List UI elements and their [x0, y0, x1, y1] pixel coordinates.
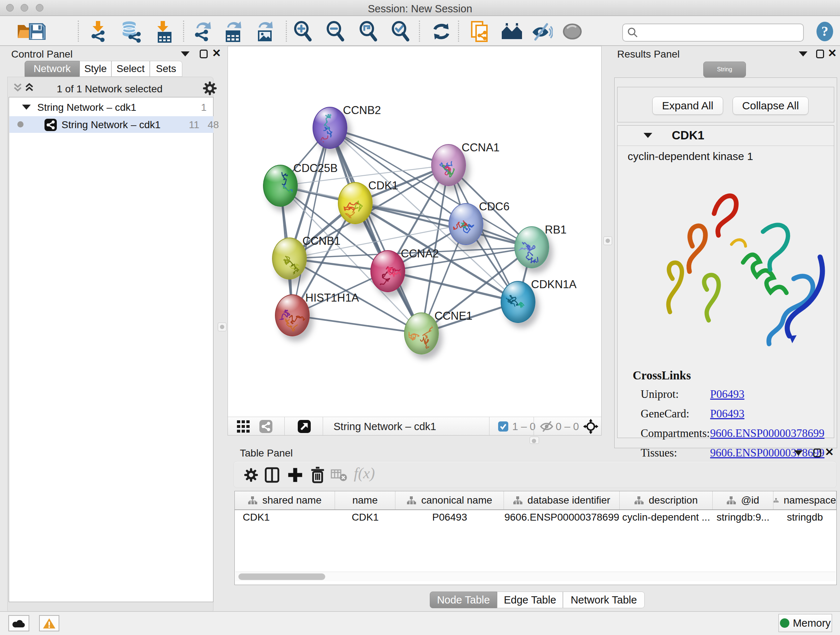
expand-all-button[interactable]: Expand All	[652, 97, 723, 115]
duplicate-network-icon[interactable]	[469, 20, 492, 43]
home-string-icon[interactable]	[501, 20, 524, 43]
crosslink-value[interactable]: P06493	[710, 388, 745, 401]
export-image-icon[interactable]	[253, 20, 276, 43]
crosslink-row: Compartments:9606.ENSP00000378699	[641, 424, 829, 444]
network-node-CCNB1[interactable]	[272, 238, 307, 279]
panel-float-icon[interactable]	[816, 50, 824, 58]
fit-content-icon[interactable]	[583, 419, 598, 434]
import-network-database-icon[interactable]	[119, 20, 142, 43]
column-type-icon	[248, 496, 257, 505]
search-input[interactable]	[638, 27, 794, 38]
network-node-CCNB2[interactable]	[313, 107, 347, 149]
panel-close-icon[interactable]: ✕	[828, 49, 837, 57]
network-label: String Network – cdk1	[62, 119, 161, 131]
protein-structure-image	[640, 172, 825, 364]
network-node-CDC25B[interactable]	[263, 165, 298, 207]
network-node-CCNA1[interactable]	[431, 144, 466, 186]
panel-menu-icon[interactable]	[799, 51, 807, 57]
network-view-title: String Network – cdk1	[333, 421, 436, 432]
zoom-fit-icon[interactable]	[357, 20, 380, 43]
export-network-icon[interactable]	[191, 20, 214, 43]
zoom-in-icon[interactable]	[292, 20, 315, 43]
crosslink-value[interactable]: P06493	[710, 407, 745, 420]
network-node-CCNE1[interactable]	[404, 312, 439, 355]
panel-close-icon[interactable]: ✕	[825, 448, 834, 456]
network-row[interactable]: String Network – cdk1 11 48	[9, 116, 213, 133]
gene-name: CDK1	[672, 128, 704, 142]
splitter-grip[interactable]	[603, 236, 612, 245]
cloud-icon	[12, 619, 25, 628]
network-type-icon	[44, 119, 57, 131]
crosslink-label: Compartments:	[641, 427, 710, 440]
result-entry-header[interactable]: CDK1	[617, 126, 834, 146]
crosslink-value[interactable]: 9606.ENSP00000378699	[710, 427, 824, 440]
grid-view-icon[interactable]	[237, 420, 250, 432]
gear-icon[interactable]	[202, 81, 217, 96]
cloud-button[interactable]	[8, 615, 29, 631]
network-node-CCNA2[interactable]	[370, 250, 405, 292]
network-share-icon[interactable]	[259, 420, 273, 433]
scrollbar-thumb[interactable]	[238, 573, 325, 580]
memory-button[interactable]: Memory	[778, 614, 832, 632]
column-header-shared-name[interactable]: shared name	[235, 491, 335, 509]
column-header--id[interactable]: @id	[713, 491, 774, 509]
tab-sets[interactable]: Sets	[150, 61, 182, 77]
network-node-CDC6[interactable]	[448, 203, 483, 245]
refresh-view-icon[interactable]	[430, 20, 453, 43]
warning-icon	[43, 618, 56, 629]
warning-button[interactable]	[39, 615, 59, 631]
tab-select[interactable]: Select	[111, 61, 150, 77]
column-header-namespace[interactable]: namespace	[774, 491, 836, 509]
help-icon[interactable]: ?	[813, 20, 836, 43]
collapse-entry-icon[interactable]	[644, 133, 652, 138]
zoom-out-icon[interactable]	[324, 20, 347, 43]
network-node-CDKN1A[interactable]	[501, 281, 535, 323]
show-all-icon[interactable]	[561, 20, 584, 43]
network-node-count: 11	[189, 119, 199, 131]
splitter-grip[interactable]	[218, 323, 226, 331]
network-node-RB1[interactable]	[515, 226, 549, 268]
collection-label: String Network – cdk1	[37, 102, 136, 113]
birdseye-toggle-icon[interactable]	[297, 420, 311, 433]
import-network-file-icon[interactable]	[88, 20, 111, 43]
column-header-description[interactable]: description	[620, 491, 713, 509]
column-header-database-identifier[interactable]: database identifier	[504, 491, 620, 509]
table-row[interactable]: CDK1CDK1P064939606.ENSP00000378699cyclin…	[235, 510, 836, 524]
select-columns-icon[interactable]	[265, 467, 279, 483]
import-table-file-icon[interactable]	[152, 20, 175, 43]
panel-menu-icon[interactable]	[794, 450, 803, 455]
collapse-all-button[interactable]: Collapse All	[733, 97, 808, 115]
panel-float-icon[interactable]	[200, 50, 208, 58]
tab-style[interactable]: Style	[80, 61, 111, 77]
network-collection-row[interactable]: String Network – cdk1 1	[9, 100, 213, 116]
add-column-icon[interactable]	[287, 467, 303, 483]
network-node-HIST1H1A[interactable]	[275, 295, 309, 336]
panel-menu-icon[interactable]	[181, 51, 189, 57]
panel-float-icon[interactable]	[813, 448, 821, 457]
column-header-canonical-name[interactable]: canonical name	[395, 491, 504, 509]
network-view[interactable]: CCNB2CCNA1CDC25BCDK1CDC6RB1CCNB1CCNA2CDK…	[227, 46, 602, 435]
crosslink-label: Uniprot:	[641, 388, 679, 401]
toolbar-separator	[286, 21, 287, 42]
network-node-CDK1[interactable]	[338, 182, 373, 224]
tab-network-table[interactable]: Network Table	[563, 592, 645, 608]
tab-network[interactable]: Network	[25, 61, 80, 77]
tab-node-table[interactable]: Node Table	[430, 592, 497, 608]
selected-checkbox-icon[interactable]	[498, 421, 508, 432]
tab-edge-table[interactable]: Edge Table	[497, 592, 563, 608]
delete-column-icon[interactable]	[310, 466, 325, 484]
toolbar-separator	[419, 21, 420, 42]
save-session-icon[interactable]	[26, 20, 49, 43]
tree-expand-icon[interactable]	[22, 105, 31, 110]
gear-icon[interactable]	[244, 468, 258, 482]
tab-string[interactable]: String	[703, 62, 746, 78]
hide-selected-icon[interactable]	[531, 20, 554, 43]
protein-thumbnail	[374, 257, 401, 288]
column-header-name[interactable]: name	[335, 491, 395, 509]
splitter-grip[interactable]	[530, 437, 539, 444]
export-table-icon[interactable]	[222, 20, 245, 43]
network-status-dot	[17, 121, 24, 127]
table-horizontal-scrollbar[interactable]	[235, 572, 836, 581]
zoom-selected-icon[interactable]	[389, 20, 412, 43]
panel-close-icon[interactable]: ✕	[212, 49, 221, 57]
